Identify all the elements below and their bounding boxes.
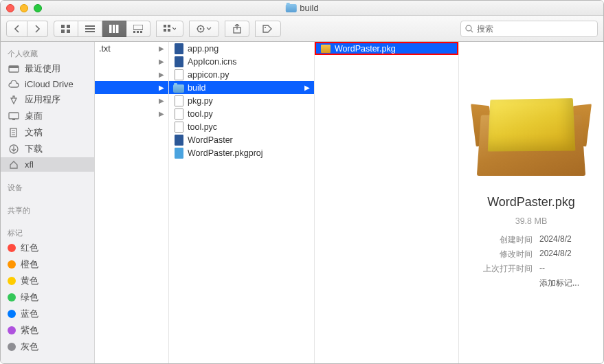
column-1[interactable]: .txt▶ ▶ ▶ ▶ ▶ ▶ [95,42,169,363]
svg-point-22 [466,25,471,31]
list-item[interactable]: tool.py [169,107,314,120]
chevron-right-icon: ▶ [159,58,164,65]
svg-rect-26 [12,119,15,120]
tag-dot-icon [8,244,16,252]
arrange-button[interactable] [156,21,183,37]
recents-icon [8,64,20,73]
file-name: build [188,83,205,93]
opened-value: -- [539,263,579,275]
list-item[interactable]: appicon.py [169,68,314,81]
cloud-icon [8,80,20,89]
pyc-file-icon [173,122,184,133]
sidebar-item-desktop[interactable]: 桌面 [1,108,94,124]
file-name: WordPaster [188,135,233,145]
sidebar-tag-red[interactable]: 红色 [1,240,94,256]
list-item[interactable]: WordPaster.pkgproj [169,146,314,159]
search-field[interactable] [460,21,598,37]
list-item[interactable]: ▶ [95,94,168,107]
svg-point-19 [200,27,202,30]
package-icon [320,43,331,54]
sidebar-tag-blue[interactable]: 蓝色 [1,306,94,322]
zoom-button[interactable] [34,4,42,12]
column-3[interactable]: WordPaster.pkg [315,42,459,363]
list-item[interactable]: ▶ [95,55,168,68]
sidebar-item-label: 桌面 [25,110,43,122]
sidebar-tag-gray[interactable]: 灰色 [1,339,94,355]
svg-rect-10 [133,25,143,30]
sidebar-item-documents[interactable]: 文稿 [1,124,94,141]
list-item[interactable]: ▶ [95,107,168,120]
list-item[interactable]: build▶ [169,81,314,94]
svg-rect-1 [67,25,70,28]
tag-dot-icon [8,310,16,318]
preview-pane: WordPaster.pkg 39.8 MB 创建时间 2024/8/2 修改时… [459,42,603,363]
modified-label: 修改时间 [483,249,533,260]
finder-window: build 个人收藏 [0,0,604,364]
file-name: WordPaster.pkg [335,44,396,54]
file-name: app.png [188,44,219,54]
list-item[interactable]: WordPaster [169,133,314,146]
sidebar-item-xfl[interactable]: xfl [1,157,94,172]
back-button[interactable] [6,21,27,37]
python-file-icon [173,109,184,120]
sidebar-item-apps[interactable]: 应用程序 [1,91,94,108]
chevron-right-icon: ▶ [159,110,164,117]
list-view-button[interactable] [78,21,102,37]
sidebar-item-label: 绿色 [21,291,38,304]
sidebar-tag-yellow[interactable]: 黄色 [1,273,94,289]
sidebar-header-tags: 标记 [1,225,94,240]
package-preview-icon [469,69,593,176]
svg-rect-13 [140,31,142,33]
list-item[interactable]: ▶ [95,68,168,81]
tag-dot-icon [8,326,16,334]
list-item[interactable]: tool.pyc [169,120,314,133]
share-button[interactable] [225,21,249,37]
list-item[interactable]: .txt▶ [95,42,168,55]
apps-icon [8,95,20,104]
svg-rect-4 [85,25,95,27]
list-item[interactable]: pkg.py [169,94,314,107]
list-item[interactable]: AppIcon.icns [169,55,314,68]
created-value: 2024/8/2 [539,234,579,246]
add-tag-link[interactable]: 添加标记... [539,277,579,289]
file-name: tool.py [188,109,213,119]
python-file-icon [173,95,184,106]
svg-rect-3 [67,30,70,33]
list-item[interactable]: app.png [169,42,314,55]
file-name: AppIcon.icns [188,57,237,67]
sidebar-tag-green[interactable]: 绿色 [1,289,94,306]
tag-dot-icon [8,343,16,351]
sidebar-tag-orange[interactable]: 橙色 [1,256,94,273]
minimize-button[interactable] [20,4,28,12]
close-button[interactable] [6,4,14,12]
icon-view-button[interactable] [54,21,78,37]
list-item[interactable]: WordPaster.pkg [315,42,458,55]
sidebar-item-label: 最近使用 [25,62,60,75]
sidebar-tag-purple[interactable]: 紫色 [1,322,94,339]
svg-rect-7 [109,25,112,33]
tags-button[interactable] [255,21,281,37]
sidebar-item-recents[interactable]: 最近使用 [1,60,94,77]
search-input[interactable] [477,24,593,34]
icns-file-icon [173,56,184,67]
svg-rect-2 [61,30,65,33]
sidebar-item-label: 文稿 [25,126,43,139]
column-view-button[interactable] [102,21,126,37]
sidebar-item-label: 下载 [25,143,43,155]
column-2[interactable]: app.png AppIcon.icns appicon.py build▶ p… [169,42,315,363]
sidebar-item-icloud[interactable]: iCloud Drive [1,77,94,91]
body: 个人收藏 最近使用 iCloud Drive 应用程序 桌面 文稿 下载 xfl… [1,42,603,363]
chevron-right-icon: ▶ [159,71,164,78]
gallery-view-button[interactable] [126,21,150,37]
file-name: WordPaster.pkgproj [188,148,263,158]
file-name: pkg.py [188,96,213,106]
action-button[interactable] [189,21,219,37]
tag-dot-icon [8,293,16,302]
sidebar-item-label: 应用程序 [25,93,60,106]
chevron-right-icon: ▶ [304,84,310,91]
sidebar-item-downloads[interactable]: 下载 [1,141,94,157]
forward-button[interactable] [27,21,48,37]
word-file-icon [173,135,184,146]
list-item[interactable]: ▶ [95,81,168,94]
svg-rect-15 [168,25,170,27]
